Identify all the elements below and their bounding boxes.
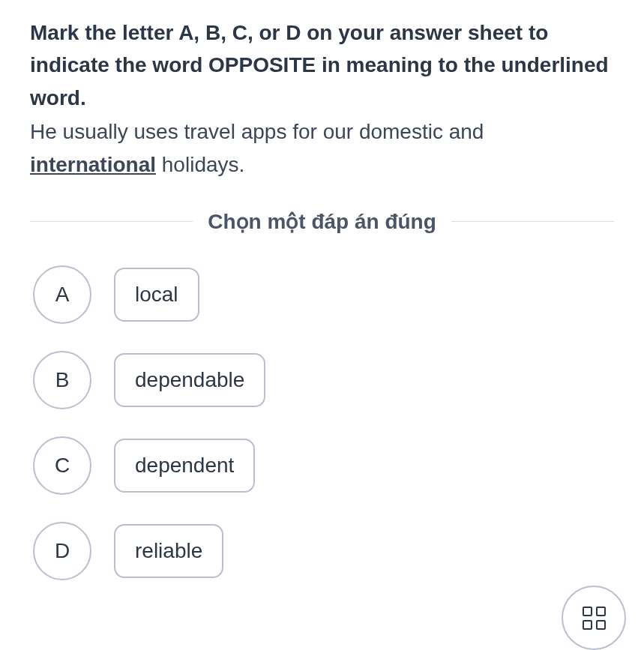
divider-line-right bbox=[451, 221, 614, 222]
option-b[interactable]: B dependable bbox=[33, 351, 614, 409]
option-text: local bbox=[135, 283, 178, 306]
question-instruction: Mark the letter A, B, C, or D on your an… bbox=[30, 16, 614, 114]
divider-line-left bbox=[30, 221, 193, 222]
option-letter: D bbox=[55, 539, 70, 563]
option-letter: C bbox=[55, 454, 70, 478]
options-list: A local B dependable C dependent D relia… bbox=[30, 265, 614, 580]
option-letter: A bbox=[55, 283, 70, 307]
option-letter-circle: C bbox=[33, 436, 91, 495]
sentence-post: holidays. bbox=[156, 153, 244, 176]
option-letter-circle: B bbox=[33, 351, 91, 409]
option-text: dependable bbox=[135, 368, 244, 391]
option-letter-circle: A bbox=[33, 265, 91, 324]
question-sentence: He usually uses travel apps for our dome… bbox=[30, 115, 614, 181]
option-d[interactable]: D reliable bbox=[33, 522, 614, 580]
option-text-box: local bbox=[114, 268, 199, 322]
grid-menu-button[interactable] bbox=[562, 586, 626, 650]
option-text-box: dependent bbox=[114, 439, 255, 493]
option-text-box: dependable bbox=[114, 353, 265, 407]
grid-icon bbox=[583, 607, 606, 630]
option-text: dependent bbox=[135, 454, 234, 477]
question-block: Mark the letter A, B, C, or D on your an… bbox=[30, 16, 614, 181]
divider-label: Chọn một đáp án đúng bbox=[208, 209, 436, 234]
option-text-box: reliable bbox=[114, 524, 223, 578]
option-c[interactable]: C dependent bbox=[33, 436, 614, 495]
option-text: reliable bbox=[135, 539, 202, 562]
option-letter: B bbox=[55, 368, 70, 392]
section-divider: Chọn một đáp án đúng bbox=[30, 209, 614, 234]
option-a[interactable]: A local bbox=[33, 265, 614, 324]
option-letter-circle: D bbox=[33, 522, 91, 580]
sentence-pre: He usually uses travel apps for our dome… bbox=[30, 120, 484, 143]
underlined-word: international bbox=[30, 153, 156, 176]
